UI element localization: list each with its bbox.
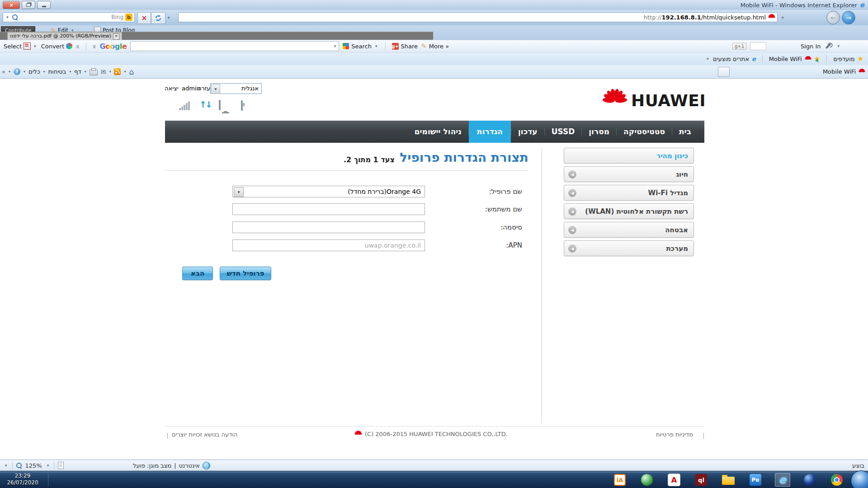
home-dropdown[interactable]: ▾ (124, 70, 126, 74)
favorite-mobile-wifi[interactable]: Mobile WiFi (769, 56, 802, 62)
taskbar-adobe-reader-button[interactable]: A (666, 473, 682, 487)
taskbar-ql-app-button[interactable]: ql (693, 473, 709, 487)
suggested-sites-dropdown[interactable]: ▾ (705, 56, 710, 61)
toolbar-close-1[interactable]: x (76, 43, 80, 50)
expand-arrow-icon[interactable]: ◀ (568, 226, 576, 234)
taskbar-green-app-button[interactable] (639, 473, 655, 487)
taskbar-internet-explorer-button[interactable]: e (775, 473, 790, 487)
add-favorite-icon[interactable]: ★ (814, 55, 820, 63)
language-select[interactable]: ▾ אנגלית (210, 83, 262, 94)
profile-name-select[interactable]: ▾ Orange 4G(ברירת מחדל) (232, 186, 425, 197)
address-dropdown[interactable]: ▾ (780, 15, 785, 20)
sidebar-item-dialup[interactable]: חיוג ◀ (564, 166, 694, 182)
favorites-star-icon[interactable]: ★ (858, 55, 863, 63)
search-options-dropdown[interactable]: ▾ (5, 15, 10, 19)
safety-dropdown[interactable]: ▾ (43, 70, 45, 74)
google-search-dropdown[interactable]: ▾ (331, 44, 339, 48)
help-dropdown[interactable]: ▾ (9, 70, 10, 74)
status-dropdown[interactable]: ▾ (4, 463, 9, 468)
nav-tab-app-management[interactable]: ניהול יישומים (408, 121, 468, 143)
document-tab-close-icon[interactable]: ✕ (113, 33, 119, 40)
nav-tab-settings[interactable]: הגדרות (469, 121, 511, 143)
refresh-dropdown[interactable]: ▾ (166, 15, 171, 20)
select-dropdown[interactable]: ▾ (33, 44, 38, 48)
nav-tab-update[interactable]: עדכון (511, 121, 544, 143)
more-button[interactable]: ✎ More » (421, 42, 449, 50)
plus-one-button[interactable]: g+1 (732, 43, 746, 50)
tools-menu[interactable]: כלים (28, 68, 40, 75)
window-close-button[interactable]: × (3, 1, 20, 9)
language-dropdown-icon[interactable]: ▾ (211, 84, 220, 94)
print-dropdown[interactable]: ▾ (85, 70, 86, 74)
expand-arrow-icon[interactable]: ◀ (568, 170, 576, 178)
expand-arrow-icon[interactable]: ◀ (568, 244, 576, 253)
more-label: More » (429, 43, 449, 50)
tools-dropdown[interactable]: ▾ (24, 70, 25, 74)
taskbar-dark-sphere-button[interactable] (802, 473, 817, 487)
apn-field[interactable] (232, 239, 425, 251)
taskbar-pe-app-button[interactable]: Pe (748, 473, 763, 487)
collapse-chevrons[interactable]: « (2, 68, 5, 75)
quick-tabs-button[interactable] (718, 67, 730, 77)
new-profile-button[interactable]: פרופיל חדש (220, 267, 271, 280)
toolbar-close-2[interactable]: x (93, 43, 96, 50)
stop-button[interactable]: × (137, 12, 151, 24)
refresh-icon (155, 14, 162, 22)
logout-link[interactable]: יציאה (165, 85, 179, 92)
zoom-level[interactable]: 125% (25, 462, 42, 469)
window-restore-button[interactable] (22, 1, 35, 9)
browser-tab-mobile-wifi[interactable]: Mobile WiFi (823, 68, 865, 75)
google-search-input[interactable]: ▾ (130, 41, 339, 51)
settings-dropdown[interactable]: ▾ (836, 44, 841, 48)
share-button[interactable]: g+ Share (392, 43, 418, 50)
suggested-sites-button[interactable]: אתרים מוצעים (713, 56, 749, 62)
privacy-policy-link[interactable]: מדיניות פרטיות (656, 431, 693, 438)
password-field[interactable] (232, 221, 425, 233)
nav-tab-statistics[interactable]: סטטיסטיקה (617, 121, 672, 143)
favorites-button[interactable]: מועדפים (833, 56, 854, 62)
taskbar-chrome-button[interactable] (829, 473, 844, 487)
forward-button[interactable]: → (842, 11, 855, 24)
google-search-more-dropdown[interactable]: ▾ (374, 44, 379, 48)
background-document-tab[interactable]: ברכה עלי ידפנו.pdf @ 200% (RGB/Preview)✕ (7, 32, 122, 40)
select-dropdown-icon[interactable]: ▾ (234, 187, 244, 197)
sidebar-item-wlan[interactable]: רשת תקשורת אלחוטית (WLAN) ◀ (564, 203, 694, 219)
print-icon[interactable] (90, 70, 98, 75)
select-button[interactable]: Select ▾ (4, 42, 38, 50)
nav-tab-ussd[interactable]: USSD (545, 121, 582, 143)
wrench-icon[interactable] (826, 43, 831, 49)
page-menu[interactable]: דף (74, 68, 81, 75)
window-minimize-button[interactable] (37, 1, 51, 9)
google-search-button[interactable]: Search ▾ (343, 43, 378, 50)
sidebar-item-system[interactable]: מערכת ◀ (564, 240, 694, 256)
home-icon[interactable]: ⌂ (129, 67, 134, 76)
zoom-dropdown[interactable]: ▾ (46, 463, 51, 468)
username-field[interactable] (232, 203, 425, 215)
taskbar-ia-app-button[interactable]: iA (612, 473, 627, 487)
mail-icon[interactable]: ✉ (101, 68, 106, 75)
nav-tab-sms[interactable]: מסרון (582, 121, 616, 143)
convert-button[interactable]: Convert (41, 43, 72, 50)
safety-menu[interactable]: בטיחות (48, 68, 66, 75)
search-box[interactable]: ▾ Bing b (3, 12, 135, 22)
help-icon[interactable]: ? (14, 68, 20, 75)
feeds-dropdown[interactable]: ▾ (109, 70, 111, 74)
copyright-notice-link[interactable]: הודעה בנושא זכויות יוצרים (172, 431, 237, 438)
expand-arrow-icon[interactable]: ◀ (568, 189, 576, 197)
back-button[interactable]: ← (826, 11, 840, 24)
help-link[interactable]: עזרה (198, 85, 210, 92)
expand-arrow-icon[interactable]: ◀ (568, 207, 576, 216)
sidebar-item-wifi-extender[interactable]: מגדיל Wi-Fi ◀ (564, 185, 694, 201)
sidebar-item-security[interactable]: אבטחה ◀ (564, 222, 694, 238)
address-bar[interactable]: http://192.168.8.1/html/quicksetup.html (178, 12, 778, 22)
next-button[interactable]: הבא (182, 267, 213, 280)
taskbar-file-explorer-button[interactable] (721, 473, 736, 487)
taskbar-clock[interactable]: 23:29 26/07/2020 (0, 473, 45, 486)
start-button[interactable] (851, 470, 868, 488)
rss-icon[interactable] (114, 68, 121, 75)
refresh-button[interactable] (151, 12, 165, 24)
page-dropdown[interactable]: ▾ (69, 70, 71, 74)
nav-tab-home[interactable]: בית (672, 121, 698, 143)
sidebar-item-quick-setup[interactable]: כינון מהיר (564, 148, 694, 164)
sign-in-button[interactable]: Sign In (801, 43, 821, 50)
